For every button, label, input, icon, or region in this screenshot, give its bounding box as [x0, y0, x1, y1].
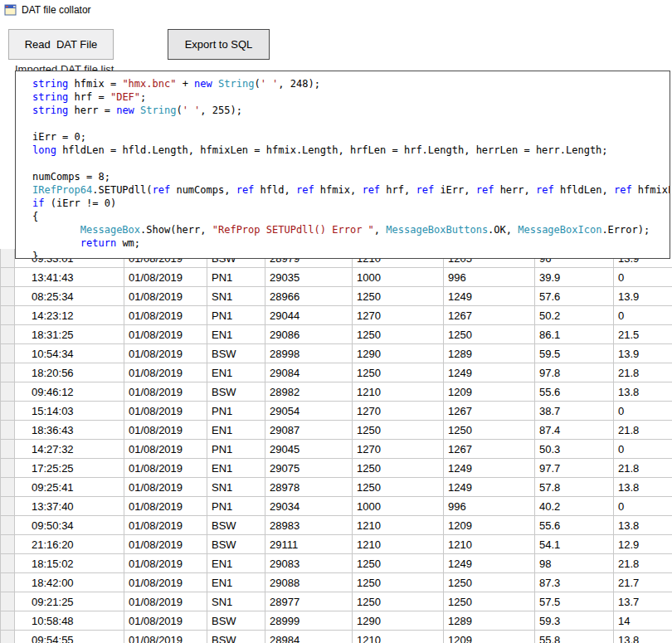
table-cell[interactable]: 98	[535, 554, 614, 573]
table-cell[interactable]: 17:25:25	[15, 459, 124, 478]
table-cell[interactable]: 1250	[353, 478, 444, 497]
table-cell[interactable]: PN1	[207, 440, 265, 459]
table-cell[interactable]: 01/08/2019	[124, 554, 207, 573]
table-cell[interactable]: 14	[614, 611, 672, 631]
table-row[interactable]: 15:14:0301/08/2019PN1290541270126738.70	[0, 402, 672, 421]
row-header-cell[interactable]	[0, 554, 15, 573]
table-cell[interactable]: 21.8	[614, 554, 672, 573]
row-header-cell[interactable]	[0, 535, 15, 554]
table-cell[interactable]: 28977	[265, 592, 353, 611]
table-row[interactable]: 21:16:2001/08/2019BSW291111210121054.112…	[0, 535, 672, 554]
table-cell[interactable]: 13.8	[614, 516, 672, 535]
table-cell[interactable]: 29086	[265, 325, 353, 344]
row-header-cell[interactable]	[0, 382, 15, 402]
table-row[interactable]: 10:54:3401/08/2019BSW289981290128959.513…	[0, 344, 672, 363]
table-row[interactable]: 13:37:4001/08/2019PN129034100099640.20	[0, 497, 672, 516]
row-header-cell[interactable]	[0, 306, 15, 325]
table-cell[interactable]: 01/08/2019	[124, 535, 207, 554]
row-header-cell[interactable]	[0, 611, 15, 631]
table-cell[interactable]: 29045	[265, 440, 353, 459]
table-cell[interactable]: SN1	[207, 287, 265, 306]
table-cell[interactable]: 01/08/2019	[124, 287, 207, 306]
table-cell[interactable]: 18:15:02	[15, 554, 124, 573]
row-header-cell[interactable]	[0, 440, 15, 459]
table-row[interactable]: 13:41:4301/08/2019PN129035100099639.90	[0, 268, 672, 287]
table-cell[interactable]: 55.8	[535, 631, 614, 643]
table-cell[interactable]: 40.2	[535, 497, 614, 516]
table-cell[interactable]: 86.1	[535, 325, 614, 344]
table-cell[interactable]: 13:37:40	[15, 497, 124, 516]
table-cell[interactable]: 12.9	[614, 535, 672, 554]
table-cell[interactable]: 1250	[444, 573, 535, 592]
table-cell[interactable]: 1000	[353, 268, 444, 287]
table-row[interactable]: 18:42:0001/08/2019EN1290881250125087.321…	[0, 573, 672, 592]
row-header-cell[interactable]	[0, 325, 15, 344]
table-cell[interactable]: 01/08/2019	[124, 268, 207, 287]
table-cell[interactable]: 01/08/2019	[124, 421, 207, 440]
table-cell[interactable]: 1250	[444, 421, 535, 440]
table-cell[interactable]: 28978	[265, 478, 353, 497]
table-cell[interactable]: 29034	[265, 497, 353, 516]
table-cell[interactable]: 28982	[265, 382, 353, 402]
table-cell[interactable]: 1249	[444, 287, 535, 306]
row-header-cell[interactable]	[0, 287, 15, 306]
table-cell[interactable]: 29084	[265, 363, 353, 382]
table-cell[interactable]: 1250	[353, 459, 444, 478]
table-row[interactable]: 18:31:2501/08/2019EN1290861250125086.121…	[0, 325, 672, 344]
table-cell[interactable]: 29087	[265, 421, 353, 440]
table-cell[interactable]: PN1	[207, 497, 265, 516]
table-cell[interactable]: BSW	[207, 611, 265, 631]
table-cell[interactable]: BSW	[207, 535, 265, 554]
row-header-cell[interactable]	[0, 497, 15, 516]
table-cell[interactable]: 14:27:32	[15, 440, 124, 459]
table-cell[interactable]: 01/08/2019	[124, 402, 207, 421]
table-cell[interactable]: 1210	[353, 631, 444, 643]
table-cell[interactable]: 01/08/2019	[124, 382, 207, 402]
table-cell[interactable]: 55.6	[535, 382, 614, 402]
table-cell[interactable]: 1210	[353, 382, 444, 402]
table-cell[interactable]: 28966	[265, 287, 353, 306]
table-cell[interactable]: 21.8	[614, 363, 672, 382]
table-cell[interactable]: 18:31:25	[15, 325, 124, 344]
table-cell[interactable]: 1210	[353, 516, 444, 535]
table-cell[interactable]: 13:41:43	[15, 268, 124, 287]
table-cell[interactable]: 0	[614, 268, 672, 287]
row-header-cell[interactable]	[0, 268, 15, 287]
table-cell[interactable]: 21.5	[614, 325, 672, 344]
table-cell[interactable]: 01/08/2019	[124, 478, 207, 497]
table-cell[interactable]: EN1	[207, 573, 265, 592]
table-cell[interactable]: 1290	[353, 344, 444, 363]
row-header-cell[interactable]	[0, 516, 15, 535]
table-cell[interactable]: 1267	[444, 402, 535, 421]
table-cell[interactable]: 09:25:41	[15, 478, 124, 497]
table-cell[interactable]: 1000	[353, 497, 444, 516]
table-cell[interactable]: 1250	[353, 592, 444, 611]
table-cell[interactable]: 29083	[265, 554, 353, 573]
table-cell[interactable]: 1249	[444, 363, 535, 382]
table-row[interactable]: 09:46:1201/08/2019BSW289821210120955.613…	[0, 382, 672, 402]
table-cell[interactable]: EN1	[207, 554, 265, 573]
table-cell[interactable]: BSW	[207, 516, 265, 535]
table-cell[interactable]: PN1	[207, 402, 265, 421]
table-cell[interactable]: 29054	[265, 402, 353, 421]
table-cell[interactable]: 01/08/2019	[124, 325, 207, 344]
table-cell[interactable]: 21.8	[614, 459, 672, 478]
table-cell[interactable]: 1270	[353, 306, 444, 325]
table-cell[interactable]: SN1	[207, 592, 265, 611]
table-cell[interactable]: 50.3	[535, 440, 614, 459]
table-cell[interactable]: 1267	[444, 306, 535, 325]
table-cell[interactable]: 1209	[444, 516, 535, 535]
table-row[interactable]: 18:36:4301/08/2019EN1290871250125087.421…	[0, 421, 672, 440]
row-header-cell[interactable]	[0, 402, 15, 421]
table-cell[interactable]: 0	[614, 402, 672, 421]
table-cell[interactable]: 15:14:03	[15, 402, 124, 421]
table-cell[interactable]: 57.5	[535, 592, 614, 611]
table-cell[interactable]: 1250	[353, 287, 444, 306]
table-cell[interactable]: 1250	[353, 421, 444, 440]
table-cell[interactable]: 1250	[353, 325, 444, 344]
table-cell[interactable]: 18:42:00	[15, 573, 124, 592]
table-cell[interactable]: 59.5	[535, 344, 614, 363]
table-cell[interactable]: 21.7	[614, 573, 672, 592]
table-cell[interactable]: 57.8	[535, 478, 614, 497]
table-cell[interactable]: 29044	[265, 306, 353, 325]
